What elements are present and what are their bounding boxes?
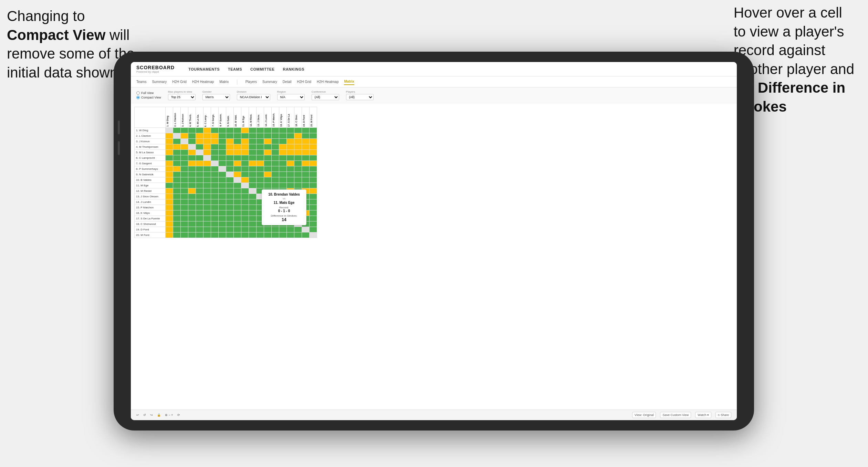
cell-r11-c19[interactable] <box>302 183 310 188</box>
cell-r19-c7[interactable] <box>211 227 219 232</box>
cell-r18-c7[interactable] <box>211 221 219 227</box>
cell-r12-c2[interactable] <box>173 188 181 194</box>
cell-r19-c8[interactable] <box>219 227 226 232</box>
cell-r5-c2[interactable] <box>173 150 181 155</box>
cell-r18-c4[interactable] <box>188 221 196 227</box>
cell-r18-c5[interactable] <box>196 221 203 227</box>
cell-r11-c7[interactable] <box>211 183 219 188</box>
cell-r1-c20[interactable] <box>310 128 317 133</box>
cell-r1-c2[interactable] <box>173 128 181 133</box>
cell-r18-c10[interactable] <box>234 221 241 227</box>
cell-r10-c16[interactable] <box>279 177 287 183</box>
cell-r12-c11[interactable] <box>241 188 249 194</box>
cell-r2-c4[interactable] <box>188 133 196 139</box>
cell-r17-c8[interactable] <box>219 216 226 221</box>
cell-r17-c3[interactable] <box>181 216 188 221</box>
cell-r3-c7[interactable] <box>211 139 219 144</box>
cell-r6-c12[interactable] <box>249 155 257 161</box>
cell-r9-c6[interactable] <box>203 172 211 177</box>
cell-r12-c6[interactable] <box>203 188 211 194</box>
cell-r20-c17[interactable] <box>287 232 294 238</box>
view-original-btn[interactable]: View: Original <box>632 412 656 418</box>
cell-r16-c4[interactable] <box>188 210 196 216</box>
cell-r16-c5[interactable] <box>196 210 203 216</box>
cell-r4-c1[interactable] <box>166 144 173 150</box>
cell-r10-c11[interactable] <box>241 177 249 183</box>
cell-r1-c8[interactable] <box>219 128 226 133</box>
cell-r6-c16[interactable] <box>279 155 287 161</box>
sub-tab-matrix2[interactable]: Matrix <box>344 79 354 85</box>
region-select[interactable]: N/A <box>277 94 305 100</box>
cell-r13-c9[interactable] <box>226 194 234 199</box>
cell-r8-c3[interactable] <box>181 166 188 172</box>
cell-r20-c1[interactable] <box>166 232 173 238</box>
cell-r2-c12[interactable] <box>249 133 257 139</box>
cell-r2-c3[interactable] <box>181 133 188 139</box>
cell-r5-c10[interactable] <box>234 150 241 155</box>
cell-r5-c16[interactable] <box>279 150 287 155</box>
cell-r2-c10[interactable] <box>234 133 241 139</box>
cell-r3-c3[interactable] <box>181 139 188 144</box>
refresh-btn[interactable]: ⟳ <box>177 413 180 417</box>
cell-r14-c11[interactable] <box>241 199 249 205</box>
sub-tab-h2hgrid1[interactable]: H2H Grid <box>172 79 187 85</box>
cell-r5-c3[interactable] <box>181 150 188 155</box>
cell-r4-c14[interactable] <box>264 144 272 150</box>
cell-r7-c6[interactable] <box>203 161 211 166</box>
cell-r6-c8[interactable] <box>219 155 226 161</box>
cell-r4-c18[interactable] <box>294 144 302 150</box>
cell-r12-c4[interactable] <box>188 188 196 194</box>
cell-r9-c5[interactable] <box>196 172 203 177</box>
cell-r9-c2[interactable] <box>173 172 181 177</box>
cell-r16-c6[interactable] <box>203 210 211 216</box>
cell-r5-c19[interactable] <box>302 150 310 155</box>
cell-r8-c14[interactable] <box>264 166 272 172</box>
cell-r18-c6[interactable] <box>203 221 211 227</box>
watch-btn[interactable]: Watch ▾ <box>695 412 711 418</box>
cell-r11-c9[interactable] <box>226 183 234 188</box>
cell-r4-c10[interactable] <box>234 144 241 150</box>
sub-tab-detail[interactable]: Detail <box>283 79 292 85</box>
cell-r19-c15[interactable] <box>272 227 279 232</box>
sub-tab-h2hheatmap2[interactable]: H2H Heatmap <box>317 79 338 85</box>
cell-r6-c20[interactable] <box>310 155 317 161</box>
cell-r6-c13[interactable] <box>257 155 264 161</box>
cell-r17-c7[interactable] <box>211 216 219 221</box>
cell-r9-c7[interactable] <box>211 172 219 177</box>
cell-r14-c10[interactable] <box>234 199 241 205</box>
cell-r9-c15[interactable] <box>272 172 279 177</box>
cell-r17-c11[interactable] <box>241 216 249 221</box>
cell-r9-c13[interactable] <box>257 172 264 177</box>
cell-r2-c6[interactable] <box>203 133 211 139</box>
cell-r13-c7[interactable] <box>211 194 219 199</box>
cell-r10-c7[interactable] <box>211 177 219 183</box>
cell-r15-c20[interactable] <box>310 205 317 210</box>
cell-r11-c15[interactable] <box>272 183 279 188</box>
cell-r6-c6[interactable] <box>203 155 211 161</box>
save-custom-btn[interactable]: Save Custom View <box>660 412 691 418</box>
cell-r4-c20[interactable] <box>310 144 317 150</box>
cell-r6-c11[interactable] <box>241 155 249 161</box>
cell-r3-c4[interactable] <box>188 139 196 144</box>
cell-r20-c6[interactable] <box>203 232 211 238</box>
cell-r1-c7[interactable] <box>211 128 219 133</box>
cell-r19-c14[interactable] <box>264 227 272 232</box>
cell-r4-c15[interactable] <box>272 144 279 150</box>
cell-r5-c8[interactable] <box>219 150 226 155</box>
cell-r3-c11[interactable] <box>241 139 249 144</box>
cell-r10-c12[interactable] <box>249 177 257 183</box>
cell-r4-c16[interactable] <box>279 144 287 150</box>
nav-item-teams[interactable]: TEAMS <box>228 66 242 73</box>
cell-r11-c5[interactable] <box>196 183 203 188</box>
cell-r10-c8[interactable] <box>219 177 226 183</box>
cell-r15-c3[interactable] <box>181 205 188 210</box>
cell-r14-c5[interactable] <box>196 199 203 205</box>
cell-r18-c1[interactable] <box>166 221 173 227</box>
cell-r4-c7[interactable] <box>211 144 219 150</box>
cell-r13-c12[interactable] <box>249 194 257 199</box>
cell-r17-c1[interactable] <box>166 216 173 221</box>
cell-r10-c6[interactable] <box>203 177 211 183</box>
cell-r5-c6[interactable] <box>203 150 211 155</box>
nav-item-tournaments[interactable]: TOURNAMENTS <box>188 66 220 73</box>
cell-r16-c2[interactable] <box>173 210 181 216</box>
